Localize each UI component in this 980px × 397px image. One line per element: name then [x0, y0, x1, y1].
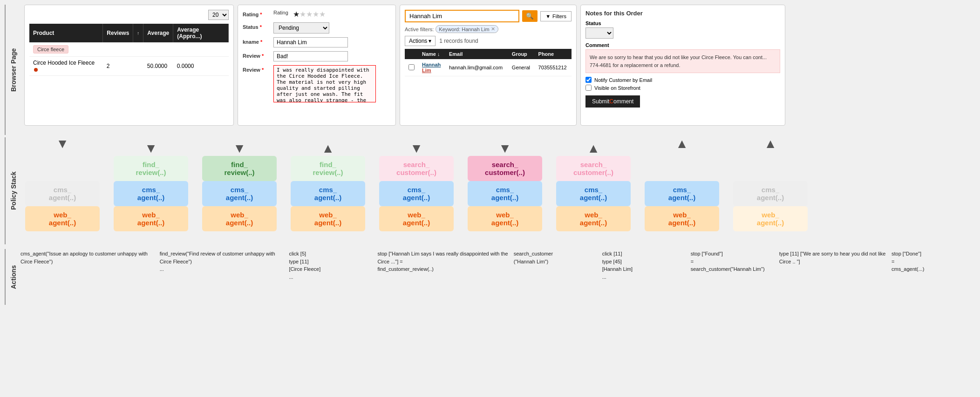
arrow-1: ▼: [144, 142, 157, 155]
panel-product-reviews: 20 Product Reviews ↑ Average Average (Ap…: [24, 5, 234, 126]
stack-web-8: web_agent(..): [733, 206, 808, 231]
policy-col-4: ▼ search_customer(..) cms_agent(..) web_…: [374, 142, 458, 231]
star-rating[interactable]: ★★★★★: [293, 10, 326, 19]
browser-page-label: Browser Page: [5, 5, 19, 135]
review-row-2: Review * I was really disappointed with …: [243, 65, 391, 102]
actions-row: Actions cms_agent("Issue an apology to c…: [0, 247, 980, 307]
col-product: Product: [29, 24, 103, 42]
stack-web-4: web_agent(..): [379, 206, 454, 231]
notify-label: Notify Customer by Email: [594, 77, 652, 83]
action-col-4: search_customer("Hannah Lim"): [514, 249, 598, 265]
policy-stack-label: Policy Stack: [5, 137, 19, 244]
policy-col-0: ▼ cms_agent(..) web_agent(..): [20, 137, 104, 231]
product-name: Circe fleece: [29, 42, 103, 57]
customer-email: hannah.lim@gmail.com: [445, 59, 508, 76]
review-label-2: Review *: [243, 65, 271, 73]
stack-top-5: search_customer(..): [468, 156, 542, 181]
action-col-8: stop ["Done"]=cms_agent(...): [892, 249, 975, 273]
active-filters-label: Active filters:: [405, 27, 434, 32]
reviews-count: [103, 42, 133, 57]
arrow-4: ▼: [410, 142, 423, 155]
stack-top-4: search_customer(..): [379, 156, 454, 181]
remove-filter-icon[interactable]: ✕: [491, 26, 495, 32]
nickname-label: kname *: [243, 37, 271, 45]
stack-cms-1: cms_agent(..): [114, 181, 188, 206]
submit-button[interactable]: SubmitComment: [585, 95, 640, 108]
stack-cms-8: cms_agent(..): [733, 181, 808, 206]
keyword-badge: Keyword: Hannah Lim ✕: [436, 25, 498, 33]
active-filters: Active filters: Keyword: Hannah Lim ✕: [405, 25, 572, 33]
toolbar: 20: [29, 10, 229, 20]
product-name: Circe Hooded Ice Fleece: [29, 57, 103, 76]
col-sort: ↑: [133, 24, 143, 42]
stack-web-0: web_agent(..): [25, 206, 100, 231]
notify-row: Notify Customer by Email: [585, 77, 780, 83]
status-select[interactable]: Pending: [273, 22, 329, 34]
filter-button[interactable]: ▼ Filters: [540, 11, 572, 21]
stack-cms-4: cms_agent(..): [379, 181, 454, 206]
customer-group: General: [508, 59, 535, 76]
average-val: 50.0000: [143, 57, 173, 76]
policy-col-1: ▼ find_review(..) cms_agent(..) web_agen…: [109, 142, 193, 231]
action-col-0: cms_agent("Issue an apology to customer …: [20, 249, 155, 265]
visible-checkbox[interactable]: [585, 85, 592, 91]
arrow-7: ▲: [675, 137, 688, 150]
actions-dropdown-button[interactable]: Actions ▾: [405, 36, 436, 46]
actions-bar: Actions ▾ 1 records found: [405, 36, 572, 46]
action-text-8: stop ["Done"]=cms_agent(...): [892, 251, 924, 272]
policy-col-5: ▼ search_customer(..) cms_agent(..) web_…: [463, 142, 547, 231]
search-input[interactable]: [405, 10, 519, 22]
customer-checkbox[interactable]: [408, 64, 415, 70]
action-text-2: click [5]type [11][Circe Fleece]...: [289, 251, 320, 280]
search-button[interactable]: 🔍: [522, 10, 538, 22]
filter-label: Filters: [552, 13, 566, 19]
customer-name-cell: Hannah Lim: [418, 59, 445, 76]
sort-val: [133, 57, 143, 76]
stack-web-1: web_agent(..): [114, 206, 188, 231]
stack-web-7: web_agent(..): [645, 206, 719, 231]
filter-icon: ▼: [545, 13, 551, 19]
notes-status-label: Status: [585, 20, 780, 26]
action-col-7: type [11] ["We are sorry to hear you did…: [779, 249, 887, 265]
policy-col-2: ▼ find_review(..) cms_agent(..) web_agen…: [197, 142, 281, 231]
policy-col-6: ▲ search_customer(..) cms_agent(..) web_…: [551, 142, 635, 231]
policy-col-7: ▲ cms_agent(..) web_agent(..): [640, 137, 724, 231]
action-col-5: click [11]type [45][Hannah Lim]...: [602, 249, 686, 281]
col-name: Name ↓: [418, 49, 445, 59]
action-text-1: find_review("Find review of customer unh…: [160, 251, 275, 272]
action-text-0: cms_agent("Issue an apology to customer …: [20, 251, 148, 264]
notes-status-select[interactable]: [585, 27, 613, 39]
policy-row: Policy Stack ▼ cms_agent(..) web_agent(.…: [0, 135, 980, 247]
per-page-select[interactable]: 20: [208, 10, 229, 20]
stack-cms-7: cms_agent(..): [645, 181, 719, 206]
action-col-2: click [5]type [11][Circe Fleece]...: [289, 249, 373, 281]
average-val: [143, 42, 173, 57]
red-c: C: [609, 98, 613, 105]
rating-label-text: Rating: [273, 10, 288, 15]
col-average2: Average (Appro...): [173, 24, 229, 42]
policy-col-8: ▲ cms_agent(..) web_agent(..): [728, 137, 812, 231]
review-textarea[interactable]: I was really disappointed with the Circe…: [273, 65, 376, 102]
reviews-table: Product Reviews ↑ Average Average (Appro…: [29, 24, 229, 76]
customer-name-link[interactable]: Hannah Lim: [422, 62, 442, 73]
notes-status-row: Status: [585, 20, 780, 39]
browser-row: Browser Page 20 Product Reviews ↑ Averag…: [0, 0, 980, 135]
status-row: Status * Pending: [243, 22, 391, 34]
visible-row: Visible on Storefront: [585, 85, 780, 91]
nickname-input[interactable]: [273, 37, 348, 47]
col-email: Email: [445, 49, 508, 59]
actions-label: Actions: [5, 249, 19, 305]
notify-checkbox[interactable]: [585, 77, 592, 83]
col-checkbox: [405, 49, 418, 59]
review-input-1[interactable]: [273, 51, 348, 61]
reviews-count: 2: [103, 57, 133, 76]
nickname-row: kname *: [243, 37, 391, 47]
stack-cms-3: cms_agent(..): [291, 181, 365, 206]
review-row-1: Review *: [243, 51, 391, 61]
stack-top-1: find_review(..): [114, 156, 188, 181]
comment-box: We are so sorry to hear that you did not…: [585, 49, 780, 73]
main-container: Browser Page 20 Product Reviews ↑ Averag…: [0, 0, 980, 307]
action-text-5: click [11]type [45][Hannah Lim]...: [602, 251, 633, 280]
arrow-3: ▲: [321, 142, 334, 155]
panel-customer-search: 🔍 ▼ Filters Active filters: Keyword: Han…: [400, 5, 577, 126]
